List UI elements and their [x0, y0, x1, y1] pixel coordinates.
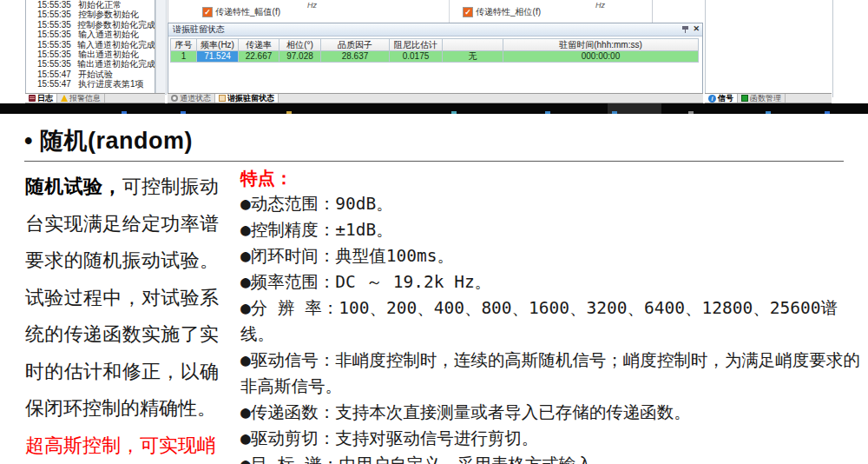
legend-label: 传递特性_相位(f): [476, 6, 541, 18]
page-title: • 随机(random): [24, 125, 193, 156]
log-message: 初始化正常: [78, 0, 122, 10]
feature-item: ●动态范围：90dB。: [240, 191, 865, 217]
features-heading: 特点：: [240, 165, 865, 191]
feature-item: ●驱动剪切：支持对驱动信号进行剪切。: [240, 426, 865, 452]
feature-item: ●分 辨 率：100、200、400、800、1600、3200、6400、12…: [240, 295, 865, 348]
log-time: 15:55:47: [37, 70, 72, 79]
log-time: 15:55:35: [37, 40, 71, 50]
log-entry: 15:55:47执行进度表第1项: [26, 79, 155, 89]
legend-phase: ✓ 传递特性_相位(f): [463, 6, 541, 18]
intro-paragraph: 随机试验，可控制振动台实现满足给定功率谱要求的随机振动试验。试验过程中，对试验系…: [25, 169, 219, 464]
legend-checkbox[interactable]: ✓: [463, 7, 473, 17]
log-message: 控制参数初始化完成: [77, 20, 155, 30]
log-scrollbar[interactable]: [155, 0, 167, 95]
tab-label: 报警信息: [69, 93, 101, 104]
table-row[interactable]: 1 71.524 22.667 97.028 28.637 0.0175 无 0…: [171, 51, 698, 62]
tab-log[interactable]: 日志: [25, 94, 57, 103]
log-entry: 15:55:35初始化正常: [26, 0, 155, 10]
warning-icon: [61, 95, 68, 102]
page: 15:55:35初始化正常 15:55:35控制参数初始化 15:55:35控制…: [0, 0, 868, 464]
col-header: 序号: [171, 39, 197, 50]
title-bullet: •: [24, 128, 33, 154]
taskbar-sliver: [0, 103, 868, 114]
log-entry: 15:55:47开始试验: [26, 70, 155, 79]
cell-q-factor: 28.637: [321, 51, 390, 62]
left-tabbar: 日志 报警信息: [25, 93, 165, 103]
tab-label: 谐振驻留状态: [227, 93, 274, 104]
log-time: 15:55:35: [37, 20, 71, 30]
panel-titlebar: 谐振驻留状态 ✕: [168, 23, 702, 36]
log-time: 15:55:47: [37, 79, 72, 89]
log-message: 输出通道初始化: [78, 50, 139, 59]
log-icon: [29, 95, 36, 102]
pin-icon[interactable]: [682, 25, 688, 33]
tab-channel-status[interactable]: 通道状态: [168, 94, 215, 103]
right-tabbar: i 信号 函数管理: [705, 93, 832, 103]
feature-item: ●闭环时间：典型值100ms。: [240, 243, 865, 269]
log-time: 15:55:35: [37, 10, 72, 19]
intro-highlight-red: 超高斯控制，可实现峭: [25, 428, 219, 464]
panel-title: 谐振驻留状态: [173, 24, 225, 34]
log-entry: 15:55:35输入通道初始化完成: [26, 40, 155, 50]
col-header: 传递率: [239, 39, 279, 50]
tab-label: 通道状态: [180, 93, 211, 104]
log-message: 控制参数初始化: [78, 10, 139, 19]
middle-tabbar: 通道状态 谐振驻留状态: [168, 93, 703, 103]
intro-body: 可控制振动台实现满足给定功率谱要求的随机振动试验。试验过程中，对试验系统的传递函…: [25, 176, 219, 419]
resonance-table: 序号 频率(Hz) 传递率 相位(°) 品质因子 阻尼比估计 驻留时间(hhh:…: [170, 38, 699, 63]
tab-signal[interactable]: i 信号: [705, 94, 738, 103]
feature-item: ●目 标 谱：由用户自定义，采用表格方式输入: [240, 452, 865, 464]
col-header: 相位(°): [279, 39, 321, 50]
tab-resonance-dwell-status[interactable]: 谐振驻留状态: [215, 94, 279, 103]
cell-phase: 97.028: [279, 51, 321, 62]
col-header: 阻尼比估计: [390, 39, 443, 50]
chart-divider: [449, 0, 450, 23]
feature-item: ●控制精度：±1dB。: [240, 217, 865, 243]
table-header-row: 序号 频率(Hz) 传递率 相位(°) 品质因子 阻尼比估计 驻留时间(hhh:…: [171, 39, 698, 51]
tab-function-management[interactable]: 函数管理: [738, 94, 786, 103]
tab-label: 日志: [37, 93, 53, 104]
legend-label: 传递特性_幅值(f): [215, 6, 280, 18]
title-underline: [24, 161, 844, 162]
log-time: 15:55:35: [37, 0, 72, 10]
log-entry: 15:55:35控制参数初始化: [26, 10, 155, 19]
function-icon: [741, 95, 748, 102]
tab-alarm-info[interactable]: 报警信息: [57, 94, 105, 103]
intro-lead: 随机试验，: [25, 176, 122, 197]
log-panel: 15:55:35初始化正常 15:55:35控制参数初始化 15:55:35控制…: [25, 0, 155, 95]
cell-dwell-time: 000:00:00: [503, 51, 698, 62]
log-time: 15:55:35: [37, 50, 72, 59]
log-entry: 15:55:35输入通道初始化: [26, 30, 155, 39]
lamp-icon: [171, 95, 178, 102]
cell-transmissibility: 22.667: [239, 51, 279, 62]
log-message: 开始试验: [78, 70, 113, 79]
cell-damping: 0.0175: [390, 51, 443, 62]
log-entry: 15:55:35输出通道初始化完成: [26, 59, 155, 69]
col-header: 驻留时间(hhh:mm:ss): [503, 39, 698, 50]
feature-item: ●频率范围：DC ～ 19.2k Hz。: [240, 269, 865, 295]
log-time: 15:55:35: [37, 30, 72, 39]
log-entry: 15:55:35控制参数初始化完成: [26, 20, 155, 30]
log-message: 输入通道初始化: [78, 30, 139, 39]
log-message: 输入通道初始化完成: [77, 40, 155, 50]
resonance-dwell-panel: 谐振驻留状态 ✕ 序号 频率(Hz) 传递率 相位(°) 品质因子 阻尼比估计 …: [168, 23, 703, 97]
close-icon[interactable]: ✕: [693, 24, 700, 34]
resonance-icon: [219, 95, 226, 102]
log-message: 输出通道初始化完成: [77, 59, 155, 69]
cell-extra: 无: [443, 51, 503, 62]
features-section: 特点： ●动态范围：90dB。 ●控制精度：±1dB。 ●闭环时间：典型值100…: [240, 165, 865, 464]
x-axis-unit-amplitude: Hz: [307, 1, 317, 10]
tab-label: 信号: [718, 93, 733, 104]
col-header: 品质因子: [321, 39, 390, 50]
log-entry: 15:55:35输出通道初始化: [26, 50, 155, 59]
legend-amplitude: ✓ 传递特性_幅值(f): [202, 6, 280, 18]
cell-index: 1: [171, 51, 197, 62]
info-icon: i: [708, 95, 716, 103]
signal-panel-empty: [705, 0, 833, 97]
legend-checkbox[interactable]: ✓: [202, 7, 213, 17]
col-header: 频率(Hz): [197, 39, 239, 50]
feature-item: ●传递函数：支持本次直接测量或者导入已存储的传递函数。: [240, 400, 865, 426]
log-time: 15:55:35: [37, 59, 71, 69]
title-text: 随机(random): [40, 128, 193, 154]
cell-frequency: 71.524: [197, 51, 239, 62]
